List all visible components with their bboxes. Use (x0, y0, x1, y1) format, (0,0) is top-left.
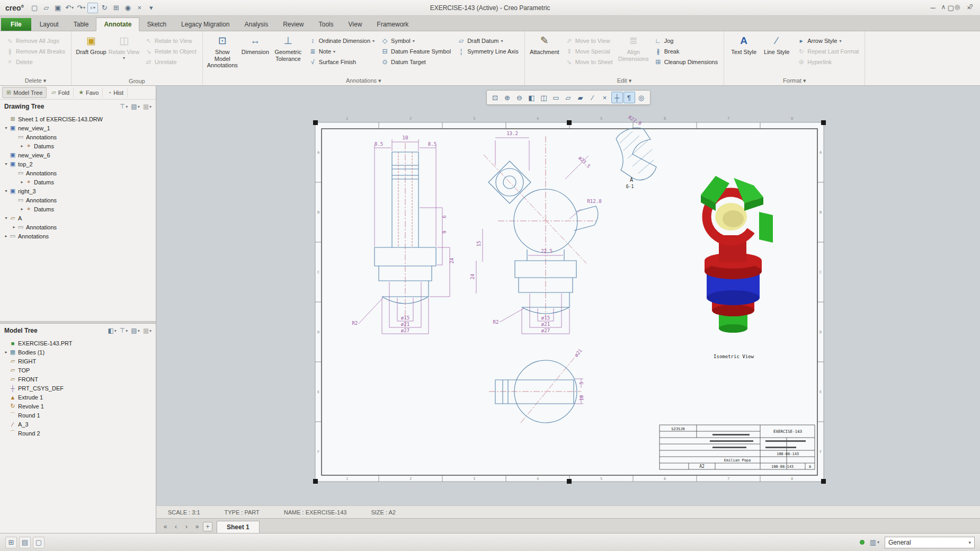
minimize-button[interactable]: ─ (924, 2, 942, 14)
tree-item[interactable]: ▸ ▭ Annotations (3, 232, 156, 241)
ribbon-button[interactable]: ⊙ Datum Target ▾ (378, 57, 453, 67)
verify-button[interactable]: ▥ ▾ (870, 538, 879, 546)
tree-item[interactable]: ▾ ▣ right_3 (3, 186, 156, 195)
close-window-icon[interactable]: × ▾ (134, 3, 145, 13)
next-sheet-icon[interactable]: › (182, 522, 191, 531)
ribbon-button[interactable]: ∕ Line Style ▾ (760, 33, 793, 76)
ribbon-button[interactable]: ⇘ Move to Sheet ▾ (563, 57, 616, 67)
tree-item[interactable]: ▱ RIGHT (3, 357, 156, 366)
ribbon-tab[interactable]: Layout (32, 18, 66, 31)
tree-item[interactable]: ⊞ Sheet 1 of EXERCISE-143.DRW (3, 114, 156, 123)
zoom-out-icon[interactable]: ⊖ (514, 92, 525, 103)
ribbon-button[interactable]: A Text Style ▾ (727, 33, 760, 76)
ribbon-button[interactable]: ↔ Dimension ▾ (239, 33, 272, 76)
tree-item[interactable]: ▭ Annotations (3, 195, 156, 205)
expander-icon[interactable]: ▾ (3, 162, 9, 166)
expander-icon[interactable]: ▾ (3, 189, 9, 193)
redo-icon[interactable]: ↷ ▾ (76, 3, 86, 13)
ribbon-button[interactable]: ⇄ Unrelate ▾ (142, 57, 199, 67)
ribbon-button[interactable]: ⇕ Move Special ▾ (563, 46, 616, 57)
ribbon-button[interactable]: ∦ Remove All Breaks ▾ (3, 46, 68, 57)
point-display-icon[interactable]: × (599, 92, 611, 103)
maximize-button[interactable]: ▢ (942, 2, 960, 14)
zoom-in-icon[interactable]: ⊕ (502, 92, 513, 103)
ribbon-button[interactable]: ▱ Draft Datum ▾ (455, 35, 521, 46)
expander-icon[interactable]: ▸ (3, 234, 9, 238)
tree-item[interactable]: ▭ Annotations (3, 132, 156, 141)
ribbon-tab[interactable]: Review (275, 18, 311, 31)
drawing-sheet[interactable]: 1234567812345678ABCDEFABCDEF8.5108.56924… (156, 86, 980, 505)
navigator-tab[interactable]: ★ Favo (75, 87, 103, 97)
tree-item[interactable]: ▭ Annotations (3, 168, 156, 177)
layer-tree-toggle-icon[interactable]: ▤ (19, 537, 31, 548)
ribbon-group-label[interactable]: Format ▾ (724, 76, 865, 85)
new-sheet-icon[interactable]: + (203, 522, 212, 531)
regenerate-icon[interactable]: ↻ ▾ (99, 3, 110, 13)
ribbon-button[interactable]: ✎ Attachment ▾ (528, 33, 561, 76)
sync-icon[interactable]: ◧ ▾ (108, 327, 116, 334)
tree-item[interactable]: ▸ ▭ Annotations (3, 223, 156, 232)
ribbon-tab[interactable]: Table (66, 18, 96, 31)
view-options-icon[interactable]: ▤ ▾ (131, 327, 139, 334)
spin-center-icon[interactable]: ◎ (636, 92, 647, 103)
tree-item[interactable]: ▸ ▦ Bodies (1) (3, 348, 156, 357)
window-icon[interactable]: ⊞ ▾ (111, 3, 121, 13)
sheet-tab[interactable]: Sheet 1 (217, 521, 260, 533)
filter-icon[interactable]: ⊤ ▾ (120, 327, 128, 334)
navigator-tab[interactable]: ◔ Hist (104, 88, 128, 97)
ribbon-group-label[interactable]: Annotations ▾ (203, 76, 524, 85)
refit-icon[interactable]: ⊡ (489, 92, 501, 103)
selection-filter-select[interactable]: General ▾ (885, 537, 975, 548)
graphics-area[interactable]: ⊡ ⊕ ⊖ ◧ ◫ (156, 86, 980, 505)
expander-icon[interactable]: ▸ (19, 180, 25, 184)
tree-item[interactable]: ▾ ▣ top_2 (3, 159, 156, 168)
expander-icon[interactable]: ▾ (3, 216, 9, 220)
previous-sheet-icon[interactable]: ‹ (171, 522, 181, 531)
undo-icon[interactable]: ↶ ▾ (64, 3, 75, 13)
ribbon-tab[interactable]: Annotate (96, 17, 139, 31)
hidden-line-icon[interactable]: ◫ (538, 92, 550, 103)
tree-item[interactable]: ∕ A_3 (3, 420, 156, 429)
ribbon-button[interactable]: ∟ Jog ▾ (652, 35, 721, 46)
ribbon-button[interactable]: ∦ Break ▾ (652, 46, 721, 57)
navigator-tab[interactable]: ⊞ Model Tree (2, 87, 47, 98)
ribbon-button[interactable]: ⊟ Datum Feature Symbol ▾ (378, 46, 453, 57)
ribbon-tab[interactable]: Framework (369, 18, 416, 31)
datum-display-icon[interactable]: ▱ (563, 92, 574, 103)
tree-item[interactable]: ▸ ⌖ Datums (3, 141, 156, 150)
save-icon[interactable]: ▣ ▾ (52, 3, 63, 13)
ribbon-button[interactable]: √ Surface Finish ▾ (306, 57, 377, 67)
display-style-icon[interactable]: ◧ (526, 92, 538, 103)
last-sheet-icon[interactable]: » (192, 522, 202, 531)
ribbon-button[interactable]: ⊞ Cleanup Dimensions ▾ (652, 57, 721, 67)
tree-item[interactable]: ▲ Extrude 1 (3, 393, 156, 402)
tree-item[interactable]: ▣ new_view_6 (3, 150, 156, 159)
ribbon-button[interactable]: ∿ Remove All Jogs ▾ (3, 35, 68, 46)
new-file-icon[interactable]: ▢ ▾ (29, 3, 40, 13)
annotation-display-icon[interactable]: ¶ (623, 92, 635, 103)
wireframe-icon[interactable]: ▭ (550, 92, 562, 103)
ribbon-button[interactable]: ↻ Repeat Last Format ▾ (795, 46, 861, 57)
columns-icon[interactable]: ▦ ▾ (143, 327, 152, 334)
ribbon-group-label[interactable]: Group (72, 76, 202, 85)
ribbon-button[interactable]: ↘ Relate to Object ▾ (142, 46, 199, 57)
ribbon-tab[interactable]: File (1, 18, 31, 31)
ribbon-button[interactable]: ¦ Symmetry Line Axis ▾ (455, 46, 521, 57)
ribbon-button[interactable]: ≣ Note ▾ (306, 46, 377, 57)
ribbon-button[interactable]: ⊡ Show Model Annotations ▾ (206, 33, 239, 76)
ribbon-button[interactable]: ≣ Align Dimensions ▾ (617, 33, 650, 76)
tree-item[interactable]: ▸ ⌖ Datums (3, 205, 156, 214)
model-tree-toggle-icon[interactable]: ⊞ (5, 537, 17, 548)
ribbon-group-label[interactable]: Edit ▾ (525, 76, 724, 85)
expander-icon[interactable]: ▸ (19, 207, 25, 211)
ribbon-group-label[interactable]: Delete ▾ (0, 76, 71, 85)
ribbon-button[interactable]: ▸ Arrow Style ▾ (795, 35, 861, 46)
open-file-icon[interactable]: ▱ ▾ (41, 3, 51, 13)
columns-icon[interactable]: ▦ ▾ (143, 103, 152, 110)
tree-item[interactable]: ▾ ▣ new_view_1 (3, 123, 156, 132)
expander-icon[interactable]: ▸ (19, 144, 25, 148)
tree-item[interactable]: ↻ Revolve 1 (3, 402, 156, 411)
tree-item[interactable]: ■ EXERCISE-143.PRT (3, 339, 156, 348)
tree-item[interactable]: ▱ FRONT (3, 375, 156, 384)
ribbon-button[interactable]: × Delete ▾ (3, 57, 68, 67)
